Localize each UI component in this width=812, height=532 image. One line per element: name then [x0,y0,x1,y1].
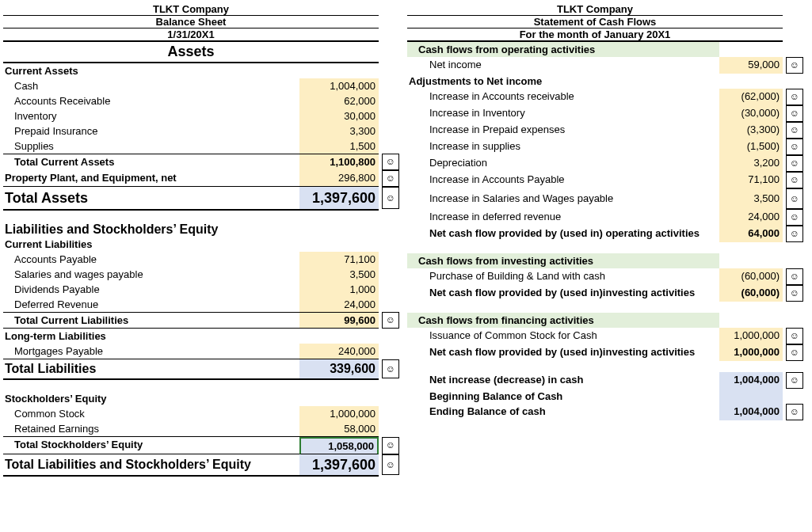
cf-netinv-label: Net cash flow provided by (used in)inves… [407,285,719,302]
ltl-heading: Long-term Liabilities [3,329,299,344]
tlse-val: 1,397,600 [299,454,379,477]
ar-val: 62,000 [299,93,379,108]
cf-prepaid-val: 3,300 [719,122,783,139]
cf-dep-val: 3,200 [719,155,783,172]
cf-ar-label: Increase in Accounts receivable [407,89,719,105]
cf-begbal-label: Beginning Balance of Cash [407,389,719,404]
current-assets-heading: Current Assets [3,63,299,78]
smile-icon: ☺ [382,170,399,187]
cf-netop-val: 64,000 [719,226,783,242]
tse-label: Total Stockholders’ Equity [3,437,299,454]
smile-icon: ☺ [382,312,399,329]
smile-icon: ☺ [786,139,803,155]
inv-heading: Cash flows from investing activities [407,253,719,268]
cf-title: Statement of Cash Flows [407,16,783,28]
prepaid-label: Prepaid Insurance [3,124,299,139]
cf-endbal-label: Ending Balance of cash [407,404,719,420]
smile-icon: ☺ [786,209,803,226]
cf-dep-label: Depreciation [407,155,719,172]
smile-icon: ☺ [786,89,803,105]
tl-val: 339,600 [299,359,379,380]
tcl-val: 99,600 [299,312,379,329]
smile-icon: ☺ [786,226,803,242]
ar-label: Accounts Receivable [3,93,299,108]
cf-ap-val: 71,100 [719,172,783,188]
ppe-label: Property Plant, and Equipment, net [3,170,299,187]
ta-val: 1,397,600 [299,187,379,211]
cf-defrev-val: 24,000 [719,209,783,226]
bs-title: Balance Sheet [3,16,379,28]
cf-inv-label: Increase in Inventory [407,105,719,122]
re-val: 58,000 [299,421,379,437]
op-heading: Cash flows from operating activities [407,42,719,57]
defrev-label: Deferred Revenue [3,297,299,312]
cs-val: 1,000,000 [299,406,379,421]
cf-issue-label: Issuance of Common Stock for Cash [407,328,719,344]
cf-issue-val: 1,000,000 [719,328,783,344]
ppe-val: 296,800 [299,170,379,187]
adj-heading: Adjustments to Net income [407,74,719,89]
supplies-val: 1,500 [299,139,379,154]
tca-val: 1,100,800 [299,154,379,170]
cf-netchg-label: Net increase (decrease) in cash [407,372,719,389]
smile-icon: ☺ [786,328,803,344]
smile-icon: ☺ [382,437,399,454]
supplies-label: Supplies [3,139,299,154]
tlse-label: Total Liabilities and Stockholders’ Equi… [3,454,299,477]
defrev-val: 24,000 [299,297,379,312]
smile-icon: ☺ [786,155,803,172]
ni-label: Net income [407,57,719,74]
bs-date: 1/31/20X1 [3,28,379,42]
cf-buy-val: 60,000 [719,268,783,285]
smile-icon: ☺ [786,188,803,209]
sw-val: 3,500 [299,267,379,282]
tl-label: Total Liabilities [3,359,299,380]
cf-ap-label: Increase in Accounts Payable [407,172,719,188]
tse-val: 1,058,000 [299,437,379,454]
smile-icon: ☺ [786,105,803,122]
balance-sheet: TLKT Company Balance Sheet 1/31/20X1 Ass… [3,3,399,477]
smile-icon: ☺ [382,187,399,209]
sw-label: Salaries and wages payable [3,267,299,282]
cf-sw-val: 3,500 [719,188,783,209]
re-label: Retained Earnings [3,421,299,437]
div-val: 1,000 [299,282,379,297]
smile-icon: ☺ [786,404,803,420]
lse-heading: Liabilities and Stockholders’ Equity [3,222,299,237]
smile-icon: ☺ [786,344,803,361]
cf-netfin-val: 1,000,000 [719,344,783,361]
div-label: Dividends Payable [3,282,299,297]
se-heading: Stockholders’ Equity [3,391,299,406]
ta-label: Total Assets [3,187,299,211]
ap-label: Accounts Payable [3,252,299,267]
cash-label: Cash [3,78,299,93]
cf-defrev-label: Increase in deferred revenue [407,209,719,226]
cl-heading: Current Liabilities [3,237,299,252]
fin-heading: Cash flows from financing activities [407,313,719,328]
ap-val: 71,100 [299,252,379,267]
cf-sw-label: Increase in Salaries and Wages payable [407,188,719,209]
cf-buy-label: Purchase of Building & Land with cash [407,268,719,285]
smile-icon: ☺ [786,172,803,188]
cs-label: Common Stock [3,406,299,421]
smile-icon: ☺ [786,57,803,74]
cash-val: 1,004,000 [299,78,379,93]
mort-label: Mortgages Payable [3,344,299,359]
cf-netinv-val: 60,000 [719,285,783,302]
cf-netop-label: Net cash flow provided by (used in) oper… [407,226,719,242]
inv-val: 30,000 [299,108,379,124]
prepaid-val: 3,300 [299,124,379,139]
mort-val: 240,000 [299,344,379,359]
smile-icon: ☺ [786,122,803,139]
tca-label: Total Current Assets [3,154,299,170]
cf-ar-val: 62,000 [719,89,783,105]
ni-val: 59,000 [719,57,783,74]
smile-icon: ☺ [382,454,399,475]
cf-endbal-val: 1,004,000 [719,404,783,420]
cf-netfin-label: Net cash flow provided by (used in)inves… [407,344,719,361]
cash-flow-statement: TLKT Company Statement of Cash Flows For… [407,3,803,477]
cf-supplies-val: 1,500 [719,139,783,155]
tcl-label: Total Current Liabilities [3,312,299,329]
cf-inv-val: 30,000 [719,105,783,122]
smile-icon: ☺ [382,154,399,170]
